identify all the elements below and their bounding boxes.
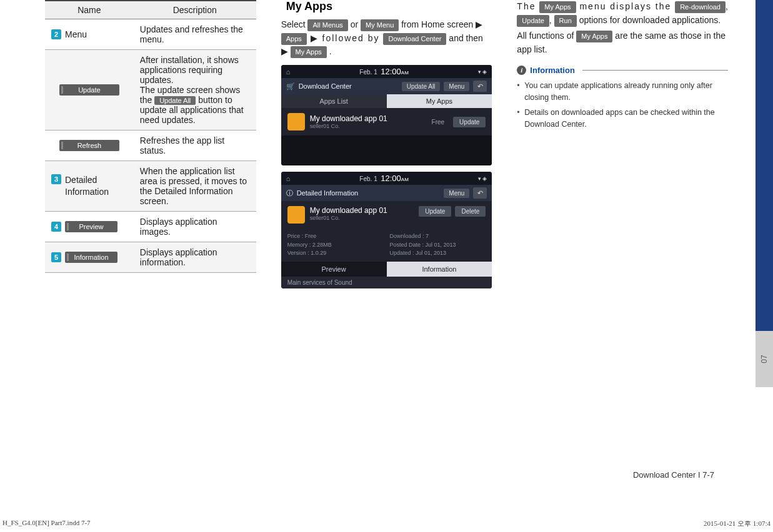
chip-download-center: Download Center	[383, 33, 446, 45]
home-icon: ⌂	[286, 175, 291, 182]
row-desc-detailed: When the application list area is presse…	[134, 161, 256, 212]
row-name-detailed: Detailed Information	[65, 174, 127, 198]
page-footer: Download Center I 7-7	[633, 470, 714, 480]
column-middle: My Apps Select All Menus or My Menu from…	[281, 0, 492, 295]
col3-p2: All functions of My Apps are the same as…	[517, 29, 728, 56]
row-desc-information: Displays application information.	[134, 242, 256, 273]
row-desc-update: After installation, it shows application…	[134, 50, 256, 131]
dev1-app-name: My downloaded app 01	[310, 114, 387, 123]
info-bullet-1: You can update applications already runn…	[517, 80, 728, 104]
print-meta-left: H_FS_G4.0[EN] Part7.indd 7-7	[2, 519, 91, 528]
home-icon: ⌂	[286, 68, 291, 76]
dev2-title: Detailed Information	[297, 189, 358, 197]
wifi-icon: ▾ ◈	[478, 175, 487, 182]
information-heading: i Information	[517, 66, 728, 75]
dev2-footer: Main services of Sound	[281, 277, 492, 288]
dev1-tab-my-apps: My Apps	[387, 94, 492, 108]
dev2-delete-btn: Delete	[455, 206, 486, 217]
side-tab-chapter-num: 07	[756, 331, 773, 387]
info-i-icon: i	[517, 66, 526, 75]
row-desc-preview: Displays application images.	[134, 212, 256, 242]
dev2-meta-right: Downloaded : 7 Posted Date : Jul 01, 201…	[390, 232, 486, 258]
chip-update-opt: Update	[517, 15, 549, 27]
chip-preview: Preview	[65, 221, 117, 232]
section-title-myapps: My Apps	[281, 0, 492, 13]
dev1-free: Free	[432, 119, 445, 126]
dev1-title: Download Center	[299, 82, 352, 90]
chip-update-all-inline: Update All	[154, 96, 196, 105]
dev1-update-all: Update All	[402, 82, 441, 91]
chip-my-apps-same: My Apps	[576, 31, 612, 42]
dev2-tab-preview: Preview	[281, 262, 387, 277]
information-list: You can update applications already runn…	[517, 80, 728, 131]
dev1-app-seller: seller01 Co.	[310, 123, 427, 129]
wifi-icon: ▾ ◈	[478, 69, 487, 75]
chip-information: Information	[65, 252, 117, 263]
row-desc-menu: Updates and refreshes the menu.	[134, 19, 256, 50]
info-bullet-2: Details on downloaded apps can be checke…	[517, 107, 728, 131]
app-icon	[287, 206, 305, 224]
chip-refresh: Refresh	[59, 140, 119, 151]
side-tab-blue	[756, 0, 773, 331]
col3-p1: The My Apps menu displays the Re-downloa…	[517, 0, 728, 27]
dev2-meta-left: Price : Free Memory : 2.28MB Version : 1…	[287, 232, 384, 258]
app-icon	[287, 113, 305, 131]
th-name: Name	[45, 1, 134, 19]
num-badge-3: 3	[51, 174, 61, 184]
chip-my-apps-menu: My Apps	[539, 1, 576, 13]
print-meta-right: 2015-01-21 오후 1:07:4	[704, 519, 771, 528]
chip-update: Update	[59, 84, 119, 96]
th-desc: Description	[134, 1, 256, 19]
dev2-app-name: My downloaded app 01	[310, 206, 387, 215]
chip-apps: Apps	[281, 33, 307, 45]
chip-redownload: Re-download	[675, 1, 726, 13]
dev2-update-btn: Update	[419, 206, 451, 217]
info-icon: ⓘ	[286, 189, 293, 198]
dev2-tab-information: Information	[387, 262, 492, 277]
row-name-menu: Menu	[65, 29, 87, 39]
dev1-menu: Menu	[444, 82, 469, 91]
cart-icon: 🛒	[286, 82, 295, 91]
device-screenshot-download-center: ⌂ Feb. 1 12:00AM ▾ ◈ 🛒Download Center Up…	[281, 65, 492, 165]
column-right: The My Apps menu displays the Re-downloa…	[517, 0, 728, 295]
row-desc-refresh: Refreshes the app list status.	[134, 131, 256, 161]
definitions-table: Name Description 2 Menu Updates and refr…	[45, 0, 256, 273]
chip-run: Run	[554, 15, 577, 27]
num-badge-4: 4	[51, 222, 61, 232]
dev1-update-btn: Update	[453, 117, 486, 127]
dev1-tab-apps-list: Apps List	[281, 94, 387, 108]
chip-all-menus: All Menus	[307, 19, 347, 31]
back-icon: ↶	[473, 187, 487, 199]
print-meta: H_FS_G4.0[EN] Part7.indd 7-7 2015-01-21 …	[0, 519, 773, 528]
device-screenshot-detailed-info: ⌂ Feb. 1 12:00AM ▾ ◈ ⓘDetailed Informati…	[281, 172, 492, 288]
chip-my-menu: My Menu	[361, 19, 399, 31]
dev2-app-seller: seller01 Co.	[310, 215, 414, 221]
dev2-menu: Menu	[444, 189, 469, 198]
chip-my-apps-path: My Apps	[291, 46, 327, 58]
num-badge-5: 5	[51, 252, 61, 262]
num-badge-2: 2	[51, 29, 61, 39]
column-left: Name Description 2 Menu Updates and refr…	[45, 0, 256, 295]
back-icon: ↶	[473, 81, 487, 92]
myapps-path-text: Select All Menus or My Menu from Home sc…	[281, 18, 492, 59]
